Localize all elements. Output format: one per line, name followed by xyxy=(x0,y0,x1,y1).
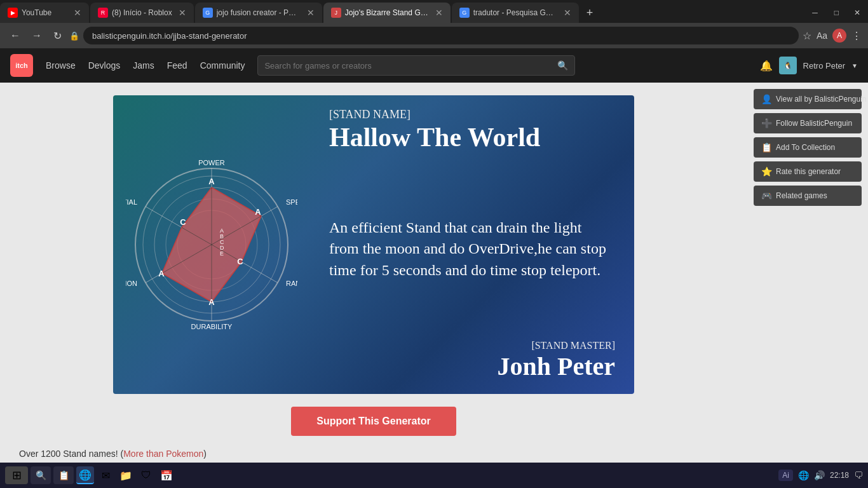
start-button[interactable]: ⊞ xyxy=(5,466,28,484)
taskbar-folder-icon[interactable]: 📁 xyxy=(117,466,135,484)
extensions-icon[interactable]: ⋮ xyxy=(851,30,862,42)
star-icon: ⭐ xyxy=(761,166,772,177)
username-label[interactable]: Retro Peter xyxy=(803,61,845,71)
page-content: POWER SPEED RANGE DURABILITY PRECISION P… xyxy=(0,83,868,488)
rate-generator-button[interactable]: ⭐ Rate this generator xyxy=(754,161,862,182)
itch-nav: Browse Devlogs Jams Feed Community xyxy=(46,60,245,71)
forward-btn[interactable]: → xyxy=(28,27,46,44)
gamepad-icon: 🎮 xyxy=(761,191,772,201)
search-icon: 🔍 xyxy=(557,60,568,71)
tab-jojo-fusion[interactable]: G jojo fusion creator - Pesquisa G… ✕ xyxy=(195,3,322,23)
itch-header: itch Browse Devlogs Jams Feed Community … xyxy=(0,48,868,83)
itch-logo-text: itch xyxy=(15,62,28,69)
browser-app-icon: 🌐 xyxy=(79,469,92,481)
stand-gen-favicon: J xyxy=(331,8,341,18)
refresh-btn[interactable]: ↻ xyxy=(50,27,65,44)
tab-tradutor-close[interactable]: ✕ xyxy=(564,8,571,18)
nav-feed[interactable]: Feed xyxy=(167,60,187,71)
support-button[interactable]: Support This Generator xyxy=(291,407,456,436)
notification-bell-icon[interactable]: 🔔 xyxy=(760,60,773,72)
folder-icon: 📁 xyxy=(119,470,132,482)
tab-jojo-fusion-title: jojo fusion creator - Pesquisa G… xyxy=(217,8,301,17)
nav-jams[interactable]: Jams xyxy=(133,60,154,71)
user-circle-icon[interactable]: A xyxy=(832,29,846,43)
new-tab-button[interactable]: + xyxy=(580,6,600,20)
support-section: Support This Generator xyxy=(19,407,728,436)
tab-stand-gen-title: Jojo's Bizarre Stand Generator xyxy=(345,8,429,17)
taskbar-calendar-icon[interactable]: 📅 xyxy=(158,466,175,484)
info-text-end: ) xyxy=(203,449,207,459)
taskbar: ⊞ 🔍 📋 🌐 ✉ 📁 🛡 📅 Ai 🌐 🔊 22:18 🗨 xyxy=(0,463,868,488)
more-than-pokemon-link[interactable]: More than Pokemon xyxy=(123,449,203,459)
stand-description: An efficient Stand that can drain the li… xyxy=(329,217,615,281)
calendar-icon: 📅 xyxy=(160,470,173,482)
roblox-favicon: R xyxy=(98,8,108,18)
search-input[interactable] xyxy=(264,61,557,71)
tab-roblox-close[interactable]: ✕ xyxy=(179,8,186,18)
taskbar-notification-icon[interactable]: 🗨 xyxy=(854,470,863,480)
taskbar-right-area: Ai 🌐 🔊 22:18 🗨 xyxy=(778,470,863,481)
itch-logo[interactable]: itch xyxy=(10,54,33,77)
follow-icon: ➕ xyxy=(761,118,772,128)
user-avatar[interactable]: 🐧 xyxy=(779,57,797,74)
svg-text:A: A xyxy=(158,269,165,278)
taskbar-ai-label[interactable]: Ai xyxy=(778,470,793,481)
svg-text:RANGE: RANGE xyxy=(286,280,297,287)
tab-youtube-close[interactable]: ✕ xyxy=(74,8,81,18)
svg-text:A: A xyxy=(208,297,215,307)
tradutor-favicon: G xyxy=(459,8,470,18)
nav-devlogs[interactable]: Devlogs xyxy=(88,60,121,71)
follow-button[interactable]: ➕ Follow BalisticPenguin xyxy=(754,113,862,133)
tab-jojo-fusion-close[interactable]: ✕ xyxy=(307,8,315,18)
lock-icon: 🔒 xyxy=(69,31,79,41)
address-bar[interactable] xyxy=(83,27,799,44)
tab-roblox-title: (8) Início - Roblox xyxy=(112,8,172,17)
taskbar-browser-icon[interactable]: 🌐 xyxy=(76,466,94,484)
mail-icon: ✉ xyxy=(102,470,110,482)
close-btn[interactable]: ✕ xyxy=(846,7,868,18)
stand-card: POWER SPEED RANGE DURABILITY PRECISION P… xyxy=(113,95,634,394)
svg-text:POTENTIAL: POTENTIAL xyxy=(126,198,137,206)
bookmark-icon[interactable]: ☆ xyxy=(803,30,811,42)
radar-svg: POWER SPEED RANGE DURABILITY PRECISION P… xyxy=(126,159,297,330)
taskbar-shield-icon[interactable]: 🛡 xyxy=(137,466,155,484)
tab-youtube[interactable]: ▶ YouTube ✕ xyxy=(0,3,89,23)
stand-name-label: [STAND NAME] xyxy=(329,108,615,121)
maximize-btn[interactable]: □ xyxy=(827,7,846,18)
add-to-collection-button[interactable]: 📋 Add To Collection xyxy=(754,137,862,158)
nav-community[interactable]: Community xyxy=(200,60,245,71)
add-collection-label: Add To Collection xyxy=(776,143,835,152)
jojo-fusion-favicon: G xyxy=(203,8,213,18)
tab-youtube-title: YouTube xyxy=(22,8,67,17)
svg-text:SPEED: SPEED xyxy=(286,198,297,206)
stand-name: Hallow The World xyxy=(329,123,615,152)
svg-text:C: C xyxy=(180,217,186,227)
taskbar-mail-icon[interactable]: ✉ xyxy=(97,466,114,484)
taskbar-network-icon: 🌐 xyxy=(798,470,809,480)
youtube-favicon: ▶ xyxy=(8,8,18,18)
view-all-button[interactable]: 👤 View all by BalisticPenguin xyxy=(754,89,862,109)
itch-user-area: 🔔 🐧 Retro Peter ▼ xyxy=(760,57,858,74)
info-text: Over 1200 Stand names! (More than Pokemo… xyxy=(19,449,728,459)
browser-controls: ← → ↻ 🔒 ☆ Aa A ⋮ xyxy=(0,23,868,48)
related-games-button[interactable]: 🎮 Related games xyxy=(754,186,862,206)
minimize-btn[interactable]: ─ xyxy=(803,7,827,18)
svg-text:DURABILITY: DURABILITY xyxy=(191,323,233,330)
back-btn[interactable]: ← xyxy=(6,27,24,44)
svg-text:PRECISION: PRECISION xyxy=(126,280,137,287)
user-dropdown-icon[interactable]: ▼ xyxy=(851,62,858,69)
view-all-label: View all by BalisticPenguin xyxy=(776,95,867,104)
taskbar-task-view[interactable]: 📋 xyxy=(53,466,74,484)
tab-stand-gen-close[interactable]: ✕ xyxy=(435,8,443,18)
tab-roblox[interactable]: R (8) Início - Roblox ✕ xyxy=(90,3,194,23)
translate-icon[interactable]: Aa xyxy=(817,30,827,41)
main-content: POWER SPEED RANGE DURABILITY PRECISION P… xyxy=(0,83,747,488)
taskbar-search-icon[interactable]: 🔍 xyxy=(31,466,51,484)
browser-action-icons: ☆ Aa A ⋮ xyxy=(803,29,862,43)
tab-stand-generator[interactable]: J Jojo's Bizarre Stand Generator ✕ xyxy=(323,3,451,23)
stand-info: [STAND NAME] Hallow The World An efficie… xyxy=(310,95,634,394)
itch-search-bar[interactable]: 🔍 xyxy=(257,55,575,76)
svg-text:A: A xyxy=(255,207,261,217)
tab-tradutor[interactable]: G tradutor - Pesquisa Google ✕ xyxy=(452,3,579,23)
nav-browse[interactable]: Browse xyxy=(46,60,76,71)
